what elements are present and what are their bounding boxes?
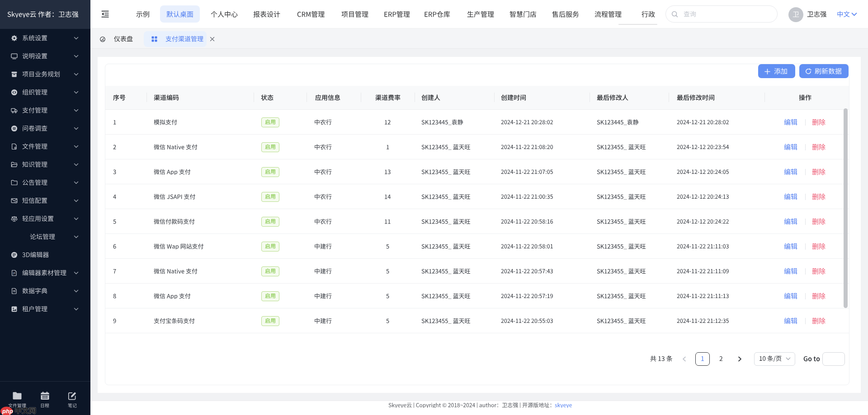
svg-text:php: php — [2, 408, 13, 415]
svg-text:P: P — [13, 272, 15, 275]
